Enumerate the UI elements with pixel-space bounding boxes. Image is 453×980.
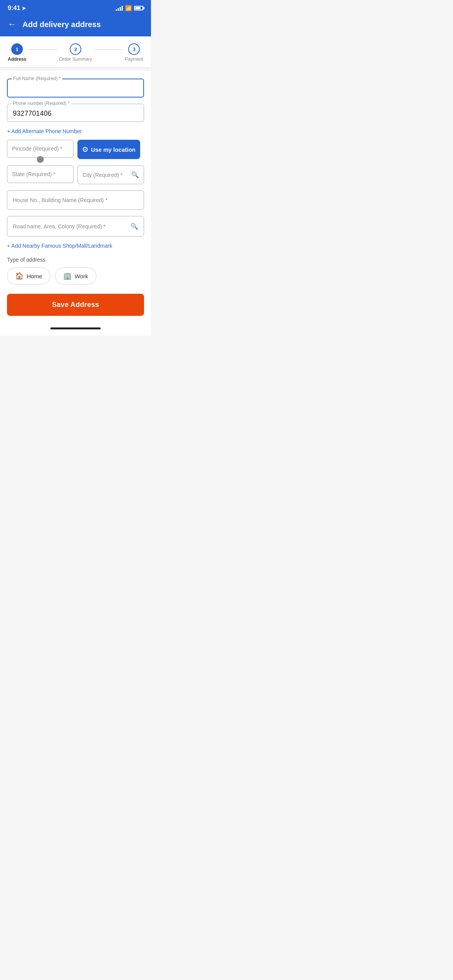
address-type-label: Type of address [7,257,144,263]
city-search-icon: 🔍 [131,171,139,178]
use-my-location-button[interactable]: ⊙ Use my location [77,140,140,159]
time-label: 9:41 [8,5,20,12]
step-3[interactable]: 3 Payment [125,43,143,62]
status-icons: 📶 [116,5,143,11]
phone-field-group: Phone number (Required) * [7,104,144,122]
home-bar [50,327,101,329]
pincode-dot [37,156,44,163]
status-bar: 9:41 ➤ 📶 [0,0,151,15]
phone-label: Phone number (Required) * [11,101,71,106]
home-indicator [0,324,151,336]
pincode-placeholder: Pincode (Required) * [12,146,62,152]
full-name-label: Full Name (Required) * [12,76,62,81]
battery-icon [134,6,143,10]
form-area: Full Name (Required) * Phone number (Req… [0,71,151,324]
pincode-field[interactable]: Pincode (Required) * [7,140,74,158]
state-city-row: State (Required) * City (Required) * 🔍 [7,165,144,184]
use-location-label: Use my location [91,146,136,153]
save-address-button[interactable]: Save Address [7,294,144,316]
phone-wrapper: Phone number (Required) * [7,104,144,122]
step-3-circle: 3 [128,43,140,55]
header: ← Add delivery address [0,15,151,36]
road-search-icon: 🔍 [130,223,138,230]
step-3-label: Payment [125,57,143,62]
road-name-field[interactable]: Road name, Area, Colony (Required) * 🔍 [7,216,144,236]
step-2-label: Order Summary [59,57,92,62]
work-icon: 🏢 [63,272,72,280]
add-alternate-phone-button[interactable]: + Add Alternate Phone Number [7,128,144,134]
full-name-input[interactable] [13,83,138,93]
state-placeholder: State (Required) * [12,171,55,177]
signal-icon [116,5,123,11]
phone-input[interactable] [13,108,138,118]
use-location-wrapper: ⊙ Use my location [77,140,144,159]
house-no-field[interactable]: House No., Building Name (Required) * [7,190,144,210]
step-2[interactable]: 2 Order Summary [59,43,92,62]
step-line-1 [29,49,57,50]
state-field-wrapper: State (Required) * [7,165,74,184]
address-type-row: 🏠 Home 🏢 Work [7,267,144,284]
location-arrow-icon: ➤ [22,5,26,11]
add-landmark-button[interactable]: + Add Nearby Famous Shop/Mall/Landmark [7,243,144,249]
house-no-placeholder: House No., Building Name (Required) * [13,197,107,203]
road-name-placeholder: Road name, Area, Colony (Required) * [13,223,106,230]
step-1[interactable]: 1 Address [8,43,26,62]
full-name-field-group: Full Name (Required) * [7,79,144,98]
city-field[interactable]: City (Required) * 🔍 [77,165,144,184]
step-line-2 [94,49,123,50]
work-type-label: Work [75,273,88,279]
wifi-icon: 📶 [125,5,132,11]
back-button[interactable]: ← [8,19,16,29]
city-placeholder: City (Required) * [82,172,122,178]
step-1-circle: 1 [11,43,23,55]
page-title: Add delivery address [22,20,101,29]
work-type-chip[interactable]: 🏢 Work [55,267,96,284]
home-icon: 🏠 [15,272,24,280]
full-name-wrapper: Full Name (Required) * [7,79,144,98]
home-type-chip[interactable]: 🏠 Home [7,267,50,284]
home-type-label: Home [27,273,42,279]
city-field-wrapper: City (Required) * 🔍 [77,165,144,184]
step-2-circle: 2 [70,43,81,55]
step-1-label: Address [8,57,26,62]
location-target-icon: ⊙ [82,145,88,154]
stepper: 1 Address 2 Order Summary 3 Payment [0,36,151,68]
state-field[interactable]: State (Required) * [7,165,74,183]
pincode-field-wrapper: Pincode (Required) * [7,140,74,159]
pincode-location-row: Pincode (Required) * ⊙ Use my location [7,140,144,159]
status-time: 9:41 ➤ [8,5,26,12]
